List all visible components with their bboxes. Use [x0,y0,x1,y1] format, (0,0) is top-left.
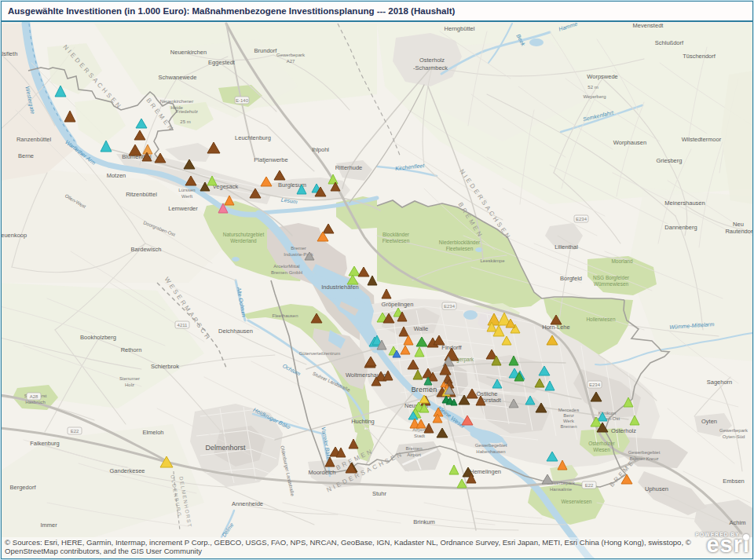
svg-text:Embsen: Embsen [723,478,745,485]
svg-text:Habenhausen: Habenhausen [476,449,505,454]
svg-text:Lürssen: Lürssen [178,188,195,192]
svg-text:Hasbrüch: Hasbrüch [25,400,46,404]
svg-text:Airport: Airport [407,452,421,457]
svg-text:Blockländer: Blockländer [382,232,410,237]
svg-text:Wiesen: Wiesen [593,447,610,452]
svg-text:Annenheide: Annenheide [232,500,263,507]
svg-text:Holz: Holz [125,382,134,387]
svg-text:Gewerbegebiet: Gewerbegebiet [475,443,507,448]
svg-text:NSG Borgfelder: NSG Borgfelder [593,275,630,281]
svg-text:Hansalinie: Hansalinie [550,487,573,492]
svg-text:Meinershausen: Meinershausen [664,199,705,207]
svg-text:Tüschendorf: Tüschendorf [683,53,716,60]
svg-text:Osterholzer: Osterholzer [588,441,615,446]
svg-text:Falkenburg: Falkenburg [30,440,60,447]
svg-text:Lilienthal: Lilienthal [555,243,578,251]
svg-text:Leeskämpe: Leeskämpe [480,258,505,263]
svg-text:4211: 4211 [178,323,188,328]
svg-text:Weserwiesen: Weserwiesen [562,499,592,504]
svg-text:Griesberg: Griesberg [657,157,683,164]
svg-text:Neu: Neu [733,221,744,228]
svg-text:Bookholzberg: Bookholzberg [80,334,116,341]
svg-text:Mercedes: Mercedes [558,408,579,412]
svg-text:Stuhr: Stuhr [372,490,386,497]
svg-text:Bardewisch: Bardewisch [131,246,162,253]
svg-text:Güterverteilzentrum: Güterverteilzentrum [299,351,341,356]
svg-text:Borgfeld: Borgfeld [560,275,582,282]
svg-text:Schierbrok: Schierbrok [151,363,179,370]
svg-text:Rethorn: Rethorn [121,346,142,353]
svg-text:Naturschutzgebiet: Naturschutzgebiet [223,232,265,238]
svg-text:Stenumer: Stenumer [119,376,140,381]
svg-text:E22: E22 [585,483,594,488]
svg-text:ArcelorMittal: ArcelorMittal [273,264,299,269]
svg-text:-Scharmbeck: -Scharmbeck [413,64,448,71]
svg-text:Oyten-Süd: Oyten-Süd [723,434,745,439]
svg-text:Werderland: Werderland [230,238,257,243]
svg-text:Gewerbepark: Gewerbepark [276,53,306,57]
svg-text:Lemwerder: Lemwerder [168,205,198,212]
svg-text:E-140: E-140 [236,98,249,103]
svg-text:A27: A27 [287,59,295,64]
svg-text:Worpswede: Worpswede [587,73,617,80]
svg-text:Schwanewede: Schwanewede [159,74,197,81]
svg-text:Neuenkoop: Neuenkoop [0,232,27,239]
svg-text:Leuchtenburg: Leuchtenburg [235,134,271,141]
svg-text:Wümmewiesen: Wümmewiesen [594,281,629,287]
svg-text:52 m: 52 m [587,85,598,90]
svg-text:Bremer: Bremer [291,246,306,251]
svg-text:Elsfleth: Elsfleth [0,50,17,57]
svg-text:Ihlpohl: Ihlpohl [312,146,329,153]
svg-text:Ritzenbüttel: Ritzenbüttel [126,191,157,198]
svg-text:Gewerbegebiet: Gewerbegebiet [628,450,661,455]
svg-text:Fleetwiesen: Fleetwiesen [382,238,410,243]
svg-text:Mevenstedt: Mevenstedt [633,22,664,29]
svg-text:Delmenhorst: Delmenhorst [205,444,246,452]
svg-text:Bremen: Bremen [405,446,422,451]
svg-text:Herngbüttel: Herngbüttel [445,25,475,32]
svg-text:Walle: Walle [414,325,428,332]
svg-text:Gröpelingen: Gröpelingen [382,301,414,308]
svg-text:Ranzenbüttel: Ranzenbüttel [16,136,52,143]
svg-text:Moordeich: Moordeich [308,469,335,476]
svg-text:Bremen: Bremen [412,386,437,393]
svg-text:Neuenkirchen: Neuenkirchen [170,49,207,56]
svg-text:Neuenkirchener: Neuenkirchener [160,99,193,104]
svg-text:Moorland: Moorland [611,258,632,264]
svg-text:Brinkum: Brinkum [413,518,435,525]
svg-text:Hollerwiesen: Hollerwiesen [586,317,616,322]
svg-text:Osterholz: Osterholz [611,427,636,434]
svg-text:Huchting: Huchting [351,418,375,425]
svg-text:Sagehorn: Sagehorn [707,379,733,386]
svg-text:Wilstedtermoor: Wilstedtermoor [682,136,722,143]
svg-text:E234: E234 [444,304,456,309]
svg-text:Ritterhude: Ritterhude [335,164,363,171]
svg-text:Berne: Berne [18,152,34,159]
svg-text:Uphusen: Uphusen [645,485,668,492]
svg-text:Benz: Benz [563,413,574,418]
svg-text:Ganderkesee: Ganderkesee [109,467,145,474]
svg-text:Bergedorf: Bergedorf [10,484,37,491]
svg-text:Gewerbepark: Gewerbepark [719,428,749,433]
svg-text:Niederblockländer: Niederblockländer [439,240,481,245]
svg-text:Werk: Werk [563,419,575,423]
svg-text:Werft: Werft [181,194,193,199]
svg-text:Heide: Heide [170,105,183,110]
svg-text:Fleetwiesen: Fleetwiesen [446,246,474,251]
svg-text:Weyerberg: Weyerberg [583,94,606,99]
svg-text:Bremen: Bremen [560,424,576,429]
svg-text:E234: E234 [589,382,601,387]
svg-text:Platjenwerbe: Platjenwerbe [254,156,287,163]
svg-text:Achim: Achim [730,519,746,526]
svg-text:Worphausen: Worphausen [613,139,646,146]
svg-text:Stadt: Stadt [414,434,425,438]
svg-text:Dannenberg: Dannenberg [664,224,697,231]
svg-text:Oyten: Oyten [701,418,717,425]
svg-text:Bremen GmbH: Bremen GmbH [271,270,302,275]
svg-text:E22: E22 [71,429,79,434]
svg-text:Motzen: Motzen [107,172,126,179]
svg-text:A28: A28 [30,394,38,399]
svg-text:Schlußdorf: Schlußdorf [655,39,684,46]
svg-text:Osterholz: Osterholz [419,57,445,64]
svg-text:Fleethausen: Fleethausen [272,313,298,318]
